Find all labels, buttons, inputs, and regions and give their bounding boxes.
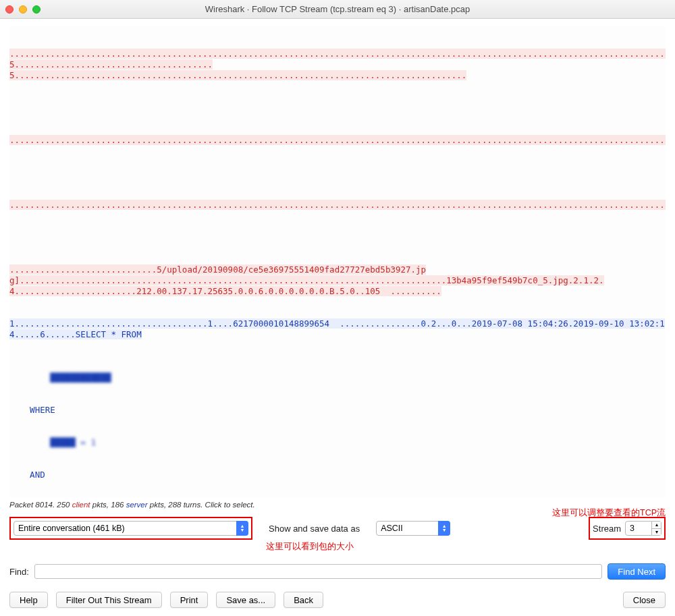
save-as-button[interactable]: Save as...	[216, 592, 275, 608]
minimize-window-icon[interactable]	[19, 5, 27, 13]
window-controls	[5, 5, 40, 13]
filter-out-button[interactable]: Filter Out This Stream	[56, 592, 162, 608]
stream-stepper[interactable]: ▴ ▾	[652, 521, 662, 536]
close-button[interactable]: Close	[623, 592, 666, 608]
client-data: ........................................…	[9, 200, 666, 210]
conversation-select[interactable]: Entire conversation (461 kB)	[14, 521, 248, 536]
chevron-up-icon[interactable]: ▴	[652, 522, 661, 529]
highlight-conversation: Entire conversation (461 kB) ▲▼	[9, 517, 252, 540]
chevron-down-icon[interactable]: ▾	[652, 529, 661, 536]
find-label: Find:	[9, 567, 29, 577]
maximize-window-icon[interactable]	[32, 5, 40, 13]
client-data: .............................5/upload/20…	[9, 264, 604, 296]
client-data: ........................................…	[9, 49, 666, 80]
find-input[interactable]	[34, 564, 602, 579]
show-as-label: Show and save data as	[269, 524, 360, 534]
sql-query: ████████████ WHERE █████ = 1 AND ███████…	[9, 362, 666, 498]
annotation-size: 这里可以看到包的大小	[266, 541, 666, 553]
stream-label: Stream	[593, 524, 621, 534]
back-button[interactable]: Back	[284, 592, 323, 608]
print-button[interactable]: Print	[170, 592, 209, 608]
annotation-stream: 这里可以调整要查看的TCP流	[552, 507, 666, 519]
tcp-stream-content[interactable]: ........................................…	[9, 26, 666, 498]
client-data: ........................................…	[9, 135, 666, 145]
format-select[interactable]: ASCII	[376, 521, 450, 536]
window-title: Wireshark · Follow TCP Stream (tcp.strea…	[0, 4, 675, 14]
close-window-icon[interactable]	[5, 5, 14, 13]
highlight-stream: Stream ▴ ▾	[589, 517, 666, 540]
stream-number-input[interactable]	[625, 521, 652, 536]
help-button[interactable]: Help	[9, 592, 48, 608]
titlebar: Wireshark · Follow TCP Stream (tcp.strea…	[0, 0, 675, 19]
find-next-button[interactable]: Find Next	[608, 563, 666, 580]
server-data: 1......................................1…	[9, 318, 665, 339]
